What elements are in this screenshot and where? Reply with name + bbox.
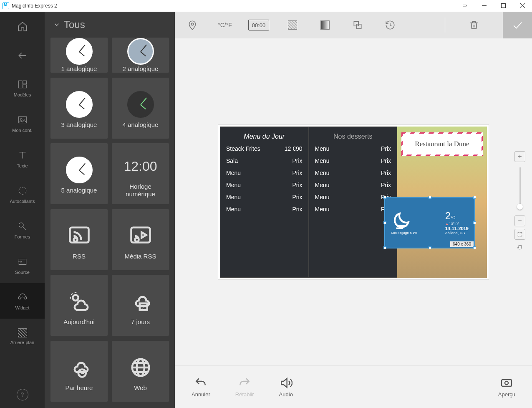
widget-analog-5[interactable]: 5 analogique: [50, 143, 108, 204]
hatch-icon: [18, 328, 27, 337]
sidebar: Modèles Mon cont. Texte Autocollants For…: [0, 12, 45, 408]
widget-par-heure[interactable]: Par heure: [50, 341, 108, 402]
restaurant-sign[interactable]: Restaurant la Dune: [401, 132, 483, 156]
svg-point-27: [191, 23, 193, 25]
help-button[interactable]: ?: [17, 389, 28, 400]
widget-library: Tous 1 analogique 2 analogique 3 analogi…: [45, 12, 175, 408]
maximize-button[interactable]: [494, 0, 513, 12]
unit-toggle-button[interactable]: °C/°F: [216, 16, 234, 34]
widget-analog-4[interactable]: 4 analogique: [112, 78, 169, 139]
svg-point-12: [19, 187, 26, 194]
sidebar-item-autocollants[interactable]: Autocollants: [0, 177, 45, 212]
svg-text:7: 7: [141, 304, 145, 310]
zoom-slider[interactable]: [519, 167, 521, 210]
time-format-button[interactable]: 00:00: [248, 20, 269, 30]
widget-analog-1[interactable]: 1 analogique: [50, 38, 108, 73]
sidebar-item-texte[interactable]: Texte: [0, 141, 45, 177]
svg-rect-7: [18, 81, 22, 88]
widget-toolbar: °C/°F 00:00: [175, 12, 532, 38]
svg-rect-28: [354, 21, 358, 26]
svg-rect-1: [466, 5, 467, 6]
svg-rect-3: [501, 4, 505, 8]
widget-analog-3[interactable]: 3 analogique: [50, 78, 108, 139]
confirm-button[interactable]: [503, 12, 532, 38]
moon-icon: [391, 210, 412, 231]
svg-rect-8: [23, 81, 27, 84]
widget-today[interactable]: Aujourd'hui: [50, 275, 108, 336]
redo-button[interactable]: Rétablir: [235, 376, 254, 398]
device-icon[interactable]: [455, 0, 474, 12]
weather-widget-selected[interactable]: Ciel dégagé à 1% 2°C ▲13° 0° 14-11-2019 …: [384, 197, 475, 248]
hatch-button[interactable]: [283, 16, 302, 34]
preview-button[interactable]: Aperçu: [498, 376, 515, 398]
zoom-in-button[interactable]: +: [514, 151, 525, 162]
svg-marker-17: [141, 232, 146, 238]
widget-analog-2[interactable]: 2 analogique: [112, 38, 169, 73]
delete-button[interactable]: [459, 12, 489, 38]
sidebar-item-arriereplan[interactable]: Arrière-plan: [0, 319, 45, 354]
svg-point-18: [73, 295, 78, 301]
app-title: MagicInfo Express 2: [12, 3, 57, 9]
close-button[interactable]: [513, 0, 532, 12]
audio-button[interactable]: Audio: [279, 376, 293, 398]
svg-rect-0: [463, 5, 466, 7]
gradient-icon: [320, 20, 330, 30]
canvas-area: °C/°F 00:00 Menu du Jour Steack Frites12…: [175, 12, 532, 408]
sidebar-item-formes[interactable]: Formes: [0, 212, 45, 248]
sidebar-item-modeles[interactable]: Modèles: [0, 70, 45, 106]
widget-rss[interactable]: RSS: [50, 209, 108, 270]
arrange-button[interactable]: [348, 16, 367, 34]
svg-point-11: [20, 118, 22, 120]
sidebar-item-moncont[interactable]: Mon cont.: [0, 106, 45, 141]
widget-digital-clock[interactable]: 12:00Horloge numérique: [112, 143, 169, 204]
titlebar: MagicInfo Express 2: [0, 0, 532, 12]
dimensions-badge: 640 x 360: [450, 241, 474, 247]
home-button[interactable]: [0, 12, 45, 41]
sidebar-item-widget[interactable]: Widget: [0, 283, 45, 319]
design-board[interactable]: Menu du Jour Steack Frites12 €90 SalaPri…: [218, 125, 489, 279]
sidebar-item-source[interactable]: Source: [0, 248, 45, 283]
widget-web[interactable]: Web: [112, 341, 169, 402]
history-button[interactable]: [381, 16, 399, 34]
location-button[interactable]: [183, 16, 202, 34]
hatch-icon: [288, 20, 297, 30]
widget-7jours[interactable]: 77 jours: [112, 275, 169, 336]
svg-point-33: [505, 381, 508, 385]
menu-left[interactable]: Menu du Jour Steack Frites12 €90 SalaPri…: [220, 127, 309, 278]
undo-button[interactable]: Annuler: [192, 376, 210, 398]
gradient-button[interactable]: [316, 16, 334, 34]
zoom-controls: + −: [514, 151, 525, 253]
back-button[interactable]: [0, 41, 45, 70]
widget-media-rss[interactable]: Média RSS: [112, 209, 169, 270]
pan-button[interactable]: [514, 242, 525, 253]
minimize-button[interactable]: [474, 0, 494, 12]
zoom-out-button[interactable]: −: [514, 215, 525, 226]
bottom-bar: Annuler Rétablir Audio Aperçu: [175, 365, 532, 408]
zoom-fit-button[interactable]: [514, 229, 525, 240]
app-logo-icon: [3, 3, 9, 9]
svg-rect-29: [357, 24, 361, 29]
svg-rect-32: [502, 380, 512, 386]
design-canvas[interactable]: Menu du Jour Steack Frites12 €90 SalaPri…: [175, 38, 532, 365]
svg-rect-9: [23, 85, 27, 88]
library-filter-dropdown[interactable]: Tous: [45, 12, 175, 38]
